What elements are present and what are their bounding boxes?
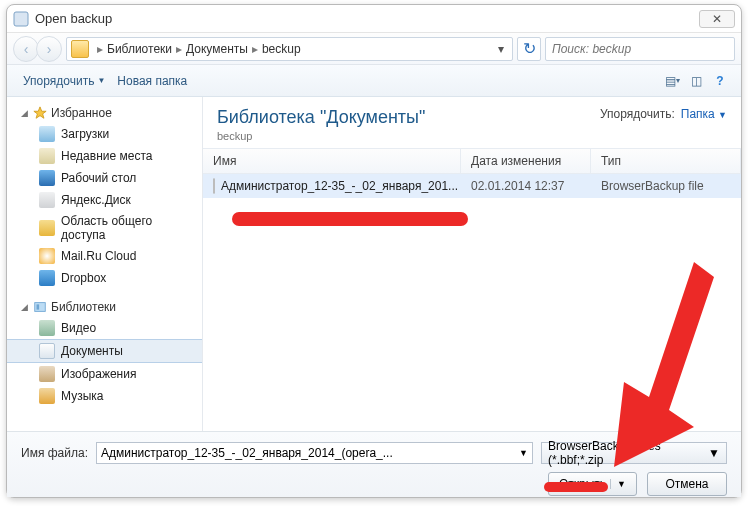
sidebar-item-mailru[interactable]: Mail.Ru Cloud bbox=[7, 245, 202, 267]
sidebar-item-label: Недавние места bbox=[61, 149, 152, 163]
toolbar: Упорядочить ▼ Новая папка ▤▾ ◫ ? bbox=[7, 65, 741, 97]
public-icon bbox=[39, 220, 55, 236]
file-name: Администратор_12-35_-_02_января_201... bbox=[221, 179, 458, 193]
view-icon: ▤ bbox=[665, 74, 676, 88]
sidebar-item-label: Изображения bbox=[61, 367, 136, 381]
window-title: Open backup bbox=[35, 11, 699, 26]
sidebar-item-pictures[interactable]: Изображения bbox=[7, 363, 202, 385]
recent-icon bbox=[39, 148, 55, 164]
annotation-underline bbox=[544, 482, 608, 492]
column-type[interactable]: Тип bbox=[591, 149, 741, 173]
filename-combo[interactable]: Администратор_12-35_-_02_января_2014_(op… bbox=[96, 442, 533, 464]
desktop-icon bbox=[39, 170, 55, 186]
chevron-down-icon: ▼ bbox=[708, 446, 720, 460]
library-title: Библиотека "Документы" bbox=[217, 107, 425, 128]
address-bar: ‹ › ▸ Библиотеки ▸ Документы ▸ beckup ▾ … bbox=[7, 33, 741, 65]
chevron-right-icon: ▸ bbox=[176, 42, 182, 56]
sidebar-item-yadisk[interactable]: Яндекс.Диск bbox=[7, 189, 202, 211]
file-area: Имя файла: Администратор_12-35_-_02_янва… bbox=[7, 431, 741, 497]
breadcrumb-part[interactable]: beckup bbox=[262, 42, 301, 56]
star-icon bbox=[33, 106, 47, 120]
arrange-by-label: Упорядочить: bbox=[600, 107, 675, 121]
chevron-down-icon: ▼ bbox=[718, 110, 727, 120]
column-modified[interactable]: Дата изменения bbox=[461, 149, 591, 173]
breadcrumb-dropdown-icon[interactable]: ▾ bbox=[494, 42, 508, 56]
breadcrumb-part[interactable]: Документы bbox=[186, 42, 248, 56]
open-file-dialog: Open backup ✕ ‹ › ▸ Библиотеки ▸ Докумен… bbox=[6, 4, 742, 498]
close-icon: ✕ bbox=[712, 12, 722, 26]
view-button[interactable]: ▤▾ bbox=[661, 70, 683, 92]
documents-icon bbox=[39, 343, 55, 359]
sidebar-item-downloads[interactable]: Загрузки bbox=[7, 123, 202, 145]
breadcrumb-part[interactable]: Библиотеки bbox=[107, 42, 172, 56]
arrow-left-icon: ‹ bbox=[24, 41, 29, 57]
breadcrumb[interactable]: ▸ Библиотеки ▸ Документы ▸ beckup ▾ bbox=[66, 37, 513, 61]
arrow-right-icon: › bbox=[47, 41, 52, 57]
preview-pane-button[interactable]: ◫ bbox=[685, 70, 707, 92]
library-header: Библиотека "Документы" beckup Упорядочит… bbox=[203, 97, 741, 148]
search-input[interactable] bbox=[552, 42, 728, 56]
close-button[interactable]: ✕ bbox=[699, 10, 735, 28]
sidebar-item-videos[interactable]: Видео bbox=[7, 317, 202, 339]
favorites-header[interactable]: ◢ Избранное bbox=[7, 103, 202, 123]
sidebar-item-label: Документы bbox=[61, 344, 123, 358]
nav-buttons: ‹ › bbox=[13, 36, 62, 62]
svg-rect-2 bbox=[35, 303, 46, 312]
pictures-icon bbox=[39, 366, 55, 382]
file-modified: 02.01.2014 12:37 bbox=[461, 179, 591, 193]
table-row[interactable]: Администратор_12-35_-_02_января_201... 0… bbox=[203, 174, 741, 198]
sidebar-item-label: Mail.Ru Cloud bbox=[61, 249, 136, 263]
mailru-icon bbox=[39, 248, 55, 264]
new-folder-button[interactable]: Новая папка bbox=[111, 71, 193, 91]
chevron-down-icon: ▼ bbox=[610, 479, 626, 489]
svg-marker-1 bbox=[34, 107, 46, 118]
downloads-icon bbox=[39, 126, 55, 142]
arrange-by-value[interactable]: Папка ▼ bbox=[681, 107, 727, 121]
chevron-right-icon: ▸ bbox=[97, 42, 103, 56]
sidebar-item-label: Область общего доступа bbox=[61, 214, 194, 242]
chevron-down-icon: ▾ bbox=[676, 76, 680, 85]
chevron-down-icon: ▼ bbox=[97, 76, 105, 85]
sidebar-item-recent[interactable]: Недавние места bbox=[7, 145, 202, 167]
search-box[interactable] bbox=[545, 37, 735, 61]
sidebar: ◢ Избранное Загрузки Недавние места Рабо… bbox=[7, 97, 203, 431]
yadisk-icon bbox=[39, 192, 55, 208]
music-icon bbox=[39, 388, 55, 404]
collapse-icon: ◢ bbox=[21, 108, 31, 118]
sidebar-item-documents[interactable]: Документы bbox=[7, 339, 202, 363]
sidebar-item-label: Рабочий стол bbox=[61, 171, 136, 185]
pane-icon: ◫ bbox=[691, 74, 702, 88]
filename-value: Администратор_12-35_-_02_января_2014_(op… bbox=[101, 446, 393, 460]
cancel-label: Отмена bbox=[665, 477, 708, 491]
video-icon bbox=[39, 320, 55, 336]
sidebar-item-label: Музыка bbox=[61, 389, 103, 403]
sidebar-item-music[interactable]: Музыка bbox=[7, 385, 202, 407]
forward-button[interactable]: › bbox=[36, 36, 62, 62]
filter-value: BrowserBackup Files (*.bbf;*.zip bbox=[548, 439, 708, 467]
annotation-underline bbox=[232, 212, 468, 226]
file-icon bbox=[213, 178, 215, 194]
main-pane: Библиотека "Документы" beckup Упорядочит… bbox=[203, 97, 741, 431]
file-type: BrowserBackup file bbox=[591, 179, 741, 193]
filetype-filter[interactable]: BrowserBackup Files (*.bbf;*.zip ▼ bbox=[541, 442, 727, 464]
help-button[interactable]: ? bbox=[709, 70, 731, 92]
sidebar-item-label: Видео bbox=[61, 321, 96, 335]
libraries-label: Библиотеки bbox=[51, 300, 116, 314]
column-name[interactable]: Имя bbox=[203, 149, 461, 173]
arrange-by-value-text: Папка bbox=[681, 107, 715, 121]
libraries-header[interactable]: ◢ Библиотеки bbox=[7, 297, 202, 317]
dropbox-icon bbox=[39, 270, 55, 286]
sidebar-item-desktop[interactable]: Рабочий стол bbox=[7, 167, 202, 189]
cancel-button[interactable]: Отмена bbox=[647, 472, 727, 496]
sidebar-item-dropbox[interactable]: Dropbox bbox=[7, 267, 202, 289]
organize-button[interactable]: Упорядочить ▼ bbox=[17, 71, 111, 91]
library-subtitle: beckup bbox=[217, 130, 425, 142]
filename-label: Имя файла: bbox=[21, 446, 88, 460]
help-icon: ? bbox=[716, 74, 723, 88]
sidebar-item-label: Dropbox bbox=[61, 271, 106, 285]
refresh-button[interactable]: ↻ bbox=[517, 37, 541, 61]
organize-label: Упорядочить bbox=[23, 74, 94, 88]
collapse-icon: ◢ bbox=[21, 302, 31, 312]
sidebar-item-public[interactable]: Область общего доступа bbox=[7, 211, 202, 245]
sidebar-item-label: Яндекс.Диск bbox=[61, 193, 131, 207]
